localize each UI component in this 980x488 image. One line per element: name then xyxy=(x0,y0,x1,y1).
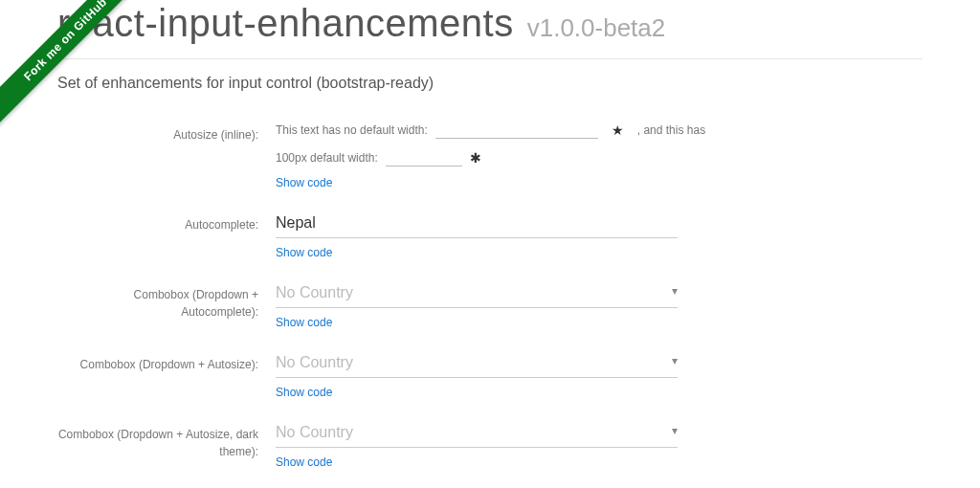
show-code-link[interactable]: Show code xyxy=(276,455,923,469)
chevron-down-icon[interactable]: ▾ xyxy=(672,354,678,367)
show-code-link[interactable]: Show code xyxy=(276,316,923,329)
show-code-link[interactable]: Show code xyxy=(276,386,923,399)
chevron-down-icon[interactable]: ▾ xyxy=(672,284,678,298)
autosize-line2-label: 100px default width: xyxy=(276,151,378,165)
row-autosize-inline: Autosize (inline): This text has no defa… xyxy=(57,115,923,205)
chevron-down-icon[interactable]: ▾ xyxy=(672,424,678,437)
label-autosize-inline: Autosize (inline): xyxy=(57,121,276,144)
label-autocomplete: Autocomplete: xyxy=(57,211,276,233)
autocomplete-input[interactable] xyxy=(276,211,678,238)
app-subtitle: Set of enhancements for input control (b… xyxy=(57,75,923,92)
autosize-line1-suffix: , and this has xyxy=(637,123,705,137)
row-combobox-autosize: Combobox (Dropdown + Autosize): ▾ Show c… xyxy=(57,344,923,414)
label-combobox-autocomplete: Combobox (Dropdown + Autocomplete): xyxy=(57,280,276,321)
app-version: v1.0.0-beta2 xyxy=(527,13,666,43)
show-code-link[interactable]: Show code xyxy=(276,246,923,259)
autosize-input-2[interactable] xyxy=(386,148,462,166)
autosize-line1-prefix: This text has no default width: xyxy=(276,123,428,137)
combobox-autosize-input[interactable] xyxy=(276,350,678,378)
app-title: react-input-enhancements xyxy=(57,2,514,45)
star-icon: ★ xyxy=(606,122,630,138)
header-divider xyxy=(57,58,923,59)
combobox-dark-input[interactable] xyxy=(276,420,678,448)
row-combobox-autocomplete: Combobox (Dropdown + Autocomplete): ▾ Sh… xyxy=(57,275,923,344)
gear-icon: ✱ xyxy=(470,150,481,166)
autosize-input-1[interactable] xyxy=(435,121,598,139)
row-combobox-dark: Combobox (Dropdown + Autosize, dark them… xyxy=(57,414,923,484)
combobox-ac-input[interactable] xyxy=(276,280,678,308)
label-combobox-dark: Combobox (Dropdown + Autosize, dark them… xyxy=(57,420,276,460)
row-autocomplete: Autocomplete: Show code xyxy=(57,205,923,275)
show-code-link[interactable]: Show code xyxy=(276,176,923,189)
label-combobox-autosize: Combobox (Dropdown + Autosize): xyxy=(57,350,276,373)
